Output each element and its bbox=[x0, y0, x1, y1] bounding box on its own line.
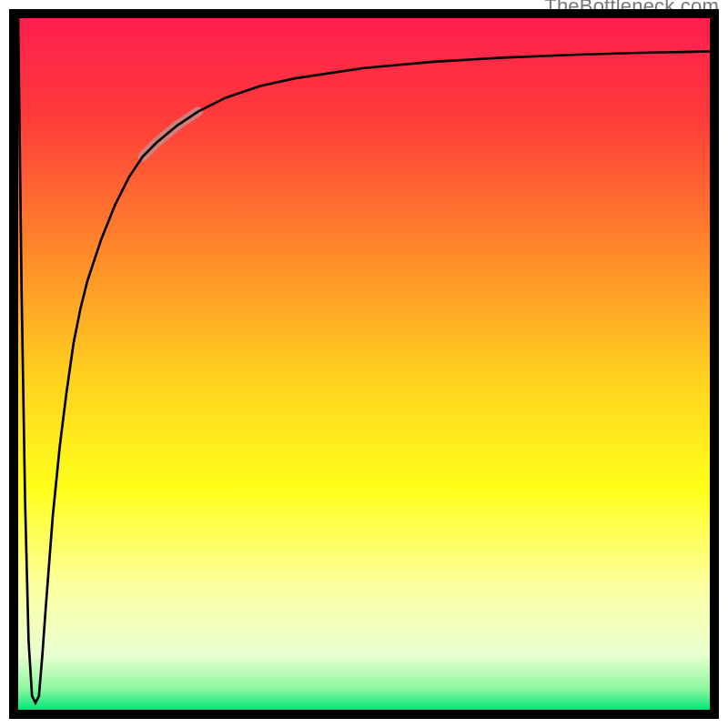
bottleneck-curve bbox=[18, 18, 710, 703]
plot-area bbox=[18, 18, 710, 710]
curve-layer bbox=[18, 18, 710, 710]
bottleneck-chart: TheBottleneck.com bbox=[0, 0, 728, 728]
